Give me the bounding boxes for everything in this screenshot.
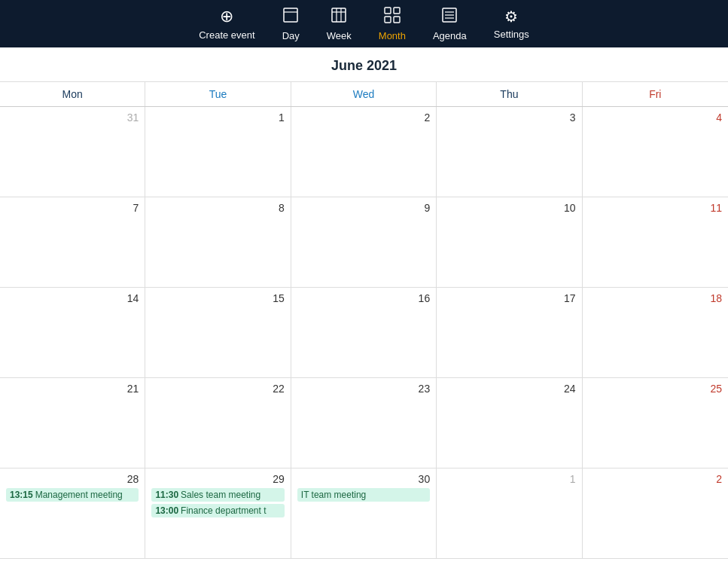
day-number: 23 — [297, 383, 430, 395]
day-number: 14 — [6, 292, 139, 304]
dow-tue: Tue — [145, 82, 291, 106]
svg-rect-6 — [385, 8, 391, 14]
calendar-event[interactable]: IT team meeting — [297, 488, 430, 502]
cal-cell[interactable]: 1 — [437, 468, 582, 559]
calendar-grid: 3112347891011141516171821222324252813:15… — [0, 107, 728, 559]
cal-cell[interactable]: 11 — [583, 197, 728, 288]
cal-cell[interactable]: 2813:15Management meeting — [0, 468, 145, 559]
day-number: 16 — [297, 292, 430, 304]
cal-cell[interactable]: 25 — [583, 378, 728, 468]
cal-cell[interactable]: 2911:30Sales team meeting13:00Finance de… — [145, 468, 291, 559]
day-number: 7 — [6, 202, 139, 214]
day-number: 10 — [443, 202, 575, 214]
calendar-event[interactable]: 11:30Sales team meeting — [151, 488, 284, 502]
cal-cell[interactable]: 1 — [145, 107, 291, 197]
cal-cell[interactable]: 23 — [291, 378, 437, 468]
event-title: Finance department t — [181, 505, 266, 516]
cal-cell[interactable]: 30IT team meeting — [291, 468, 437, 559]
nav-week-label: Week — [327, 30, 352, 41]
nav-create-event-label: Create event — [199, 29, 254, 41]
calendar-event[interactable]: 13:15Management meeting — [6, 488, 139, 502]
nav-settings[interactable]: ⚙ Settings — [494, 8, 529, 40]
cal-cell[interactable]: 10 — [437, 197, 582, 288]
nav-month[interactable]: Month — [379, 7, 406, 41]
nav-create-event[interactable]: ⊕ Create event — [199, 7, 254, 41]
dow-thu: Thu — [437, 82, 582, 106]
cal-cell[interactable]: 31 — [0, 107, 145, 197]
day-icon — [282, 7, 299, 27]
day-number: 31 — [6, 111, 139, 124]
nav-settings-label: Settings — [494, 29, 529, 40]
cal-cell[interactable]: 22 — [145, 378, 291, 468]
svg-rect-9 — [394, 17, 400, 23]
cal-cell[interactable]: 21 — [0, 378, 145, 468]
cal-cell[interactable]: 16 — [291, 288, 437, 378]
month-icon — [384, 7, 401, 27]
create-event-icon: ⊕ — [220, 7, 233, 26]
event-time: 13:00 — [155, 505, 178, 516]
cal-cell[interactable]: 2 — [291, 107, 437, 197]
cal-cell[interactable]: 14 — [0, 288, 145, 378]
nav-day[interactable]: Day — [282, 7, 300, 41]
cal-cell[interactable]: 24 — [437, 378, 582, 468]
day-number: 1 — [443, 473, 575, 485]
calendar-event[interactable]: 13:00Finance department t — [151, 504, 284, 517]
day-number: 24 — [443, 383, 575, 395]
nav-day-label: Day — [282, 30, 300, 41]
dow-wed: Wed — [291, 82, 437, 106]
cal-cell[interactable]: 2 — [583, 468, 728, 559]
day-number: 25 — [589, 383, 722, 395]
day-number: 3 — [443, 111, 575, 124]
day-number: 30 — [297, 473, 430, 485]
event-title: IT team meeting — [301, 490, 366, 500]
settings-icon: ⚙ — [504, 8, 518, 26]
day-number: 18 — [589, 292, 722, 304]
cal-cell[interactable]: 3 — [437, 107, 582, 197]
svg-rect-7 — [394, 8, 400, 14]
cal-cell[interactable]: 17 — [437, 288, 582, 378]
nav-agenda-label: Agenda — [433, 30, 467, 41]
event-title: Management meeting — [35, 490, 123, 500]
agenda-icon — [441, 7, 458, 27]
day-number: 8 — [151, 202, 284, 214]
day-number: 21 — [6, 383, 139, 395]
nav-agenda[interactable]: Agenda — [433, 7, 467, 41]
day-number: 22 — [151, 383, 284, 395]
cal-cell[interactable]: 15 — [145, 288, 291, 378]
dow-mon: Mon — [0, 82, 145, 106]
cal-cell[interactable]: 4 — [583, 107, 728, 197]
nav-week[interactable]: Week — [327, 7, 352, 41]
day-number: 1 — [151, 111, 284, 124]
cal-cell[interactable]: 7 — [0, 197, 145, 288]
event-time: 11:30 — [155, 490, 178, 500]
calendar-title: June 2021 — [0, 47, 728, 82]
event-title: Sales team meeting — [181, 490, 260, 500]
day-number: 2 — [589, 473, 722, 485]
day-number: 2 — [297, 111, 430, 124]
svg-rect-8 — [385, 17, 391, 23]
svg-rect-2 — [332, 8, 346, 22]
cal-cell[interactable]: 9 — [291, 197, 437, 288]
day-number: 17 — [443, 292, 575, 304]
cal-cell[interactable]: 18 — [583, 288, 728, 378]
day-number: 4 — [589, 111, 722, 124]
day-number: 15 — [151, 292, 284, 304]
dow-fri: Fri — [583, 82, 728, 106]
day-number: 28 — [6, 473, 139, 485]
day-number: 29 — [151, 473, 284, 485]
cal-cell[interactable]: 8 — [145, 197, 291, 288]
week-icon — [330, 7, 347, 27]
dow-row: Mon Tue Wed Thu Fri — [0, 82, 728, 107]
svg-rect-0 — [284, 8, 297, 22]
day-number: 11 — [589, 202, 722, 214]
day-number: 9 — [297, 202, 430, 214]
top-nav: ⊕ Create event Day Week — [0, 0, 728, 47]
event-time: 13:15 — [10, 490, 33, 500]
nav-month-label: Month — [379, 30, 406, 41]
